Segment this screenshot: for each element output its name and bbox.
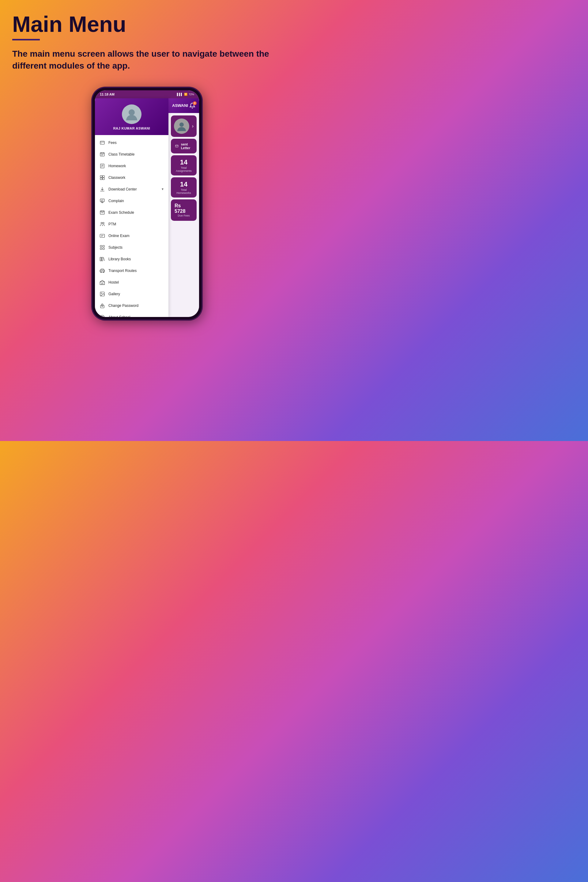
gallery-icon [99, 291, 105, 297]
svg-rect-16 [100, 178, 102, 180]
profile-card[interactable]: › [171, 116, 196, 137]
library-label: Library Books [108, 257, 164, 261]
profile-avatar [174, 118, 189, 134]
page-wrapper: Main Menu The main menu screen allows th… [0, 0, 294, 441]
avatar [122, 104, 141, 124]
exam-schedule-label: Exam Schedule [108, 210, 164, 214]
sidebar-user-name: RAJ KUMAR ASWANI [113, 126, 150, 130]
homeworks-card[interactable]: 14 Total Homeworks [171, 177, 196, 198]
wifi-icon: 🛜 [184, 93, 188, 96]
status-bar: 11:18 AM ▌▌▌ 🛜 72% [95, 90, 199, 98]
transport-label: Transport Routes [108, 268, 164, 273]
library-icon [99, 256, 105, 262]
svg-rect-23 [100, 211, 104, 214]
sidebar-drawer: RAJ KUMAR ASWANI Fees [95, 98, 168, 317]
notification-button[interactable]: 0 [188, 101, 196, 110]
svg-rect-38 [102, 257, 103, 261]
assignments-card[interactable]: 14 Total Assignments [171, 155, 196, 176]
online-exam-label: Online Exam [108, 234, 164, 238]
phone-container: 11:18 AM ▌▌▌ 🛜 72% [12, 87, 282, 320]
svg-marker-20 [101, 202, 104, 203]
menu-item-about[interactable]: About School [95, 312, 168, 317]
sidebar-menu[interactable]: Fees Class Timetable [95, 135, 168, 317]
profile-chevron-icon: › [192, 123, 194, 129]
fees-label: Fees [108, 141, 164, 145]
about-label: About School [108, 315, 164, 317]
svg-rect-17 [103, 178, 104, 180]
stats-row: 14 Total Assignments [171, 155, 196, 176]
app-screen: RAJ KUMAR ASWANI Fees [95, 98, 199, 317]
menu-item-homework[interactable]: Homework [95, 160, 168, 172]
menu-item-change-password[interactable]: Change Password [95, 300, 168, 312]
hostel-label: Hostel [108, 280, 164, 285]
svg-rect-36 [103, 248, 104, 249]
subjects-icon [99, 244, 105, 250]
password-icon [99, 303, 105, 309]
download-label: Download Center [108, 187, 158, 191]
svg-rect-15 [103, 176, 104, 177]
svg-rect-1 [100, 141, 104, 144]
absent-letter-card[interactable]: sent Letter [171, 139, 196, 153]
svg-point-48 [102, 305, 103, 306]
menu-item-subjects[interactable]: Subjects [95, 242, 168, 253]
fees-card[interactable]: Rs 5728 Due Fees [171, 200, 196, 221]
main-header: ASWANI 0 [168, 98, 199, 113]
menu-item-ptm[interactable]: PTM [95, 218, 168, 230]
battery-icon: 72% [189, 93, 194, 96]
fees-amount: Rs 5728 [175, 203, 193, 214]
menu-item-classwork[interactable]: Classwork [95, 172, 168, 183]
menu-item-complain[interactable]: Complain [95, 195, 168, 207]
status-icons: ▌▌▌ 🛜 72% [177, 93, 194, 96]
exam-schedule-icon [99, 210, 105, 216]
absent-letter-label: sent Letter [181, 142, 192, 150]
svg-point-52 [102, 316, 103, 316]
menu-item-library[interactable]: Library Books [95, 253, 168, 265]
homeworks-count: 14 [180, 180, 188, 188]
phone-device: 11:18 AM ▌▌▌ 🛜 72% [92, 87, 202, 320]
timetable-icon [99, 151, 105, 158]
sidebar-header: RAJ KUMAR ASWANI [95, 98, 168, 135]
timetable-label: Class Timetable [108, 152, 164, 156]
menu-item-exam-schedule[interactable]: Exam Schedule [95, 207, 168, 218]
header-icons: 0 [188, 101, 199, 110]
complain-icon [99, 198, 105, 204]
ptm-icon [99, 221, 105, 227]
svg-rect-14 [100, 176, 102, 177]
menu-item-timetable[interactable]: Class Timetable [95, 148, 168, 160]
main-header-title: ASWANI [172, 103, 188, 108]
title-underline [12, 39, 40, 40]
main-content: ASWANI 0 [168, 98, 199, 317]
fees-icon [99, 140, 105, 146]
menu-item-fees[interactable]: Fees [95, 137, 168, 148]
svg-rect-37 [100, 257, 101, 261]
menu-item-download[interactable]: Download Center ▼ [95, 183, 168, 195]
svg-point-58 [180, 123, 184, 127]
transport-icon [99, 268, 105, 274]
classwork-icon [99, 175, 105, 181]
hostel-icon [99, 279, 105, 285]
page-title: Main Menu [12, 12, 282, 36]
menu-item-online-exam[interactable]: Online Exam [95, 230, 168, 242]
homeworks-row: 14 Total Homeworks [171, 177, 196, 198]
complain-label: Complain [108, 199, 164, 203]
classwork-label: Classwork [108, 176, 164, 180]
svg-rect-34 [103, 245, 104, 247]
homeworks-label: Total Homeworks [173, 188, 194, 195]
letter-icon [175, 144, 178, 148]
main-body: › sent Letter [168, 113, 199, 223]
svg-rect-19 [100, 199, 104, 202]
svg-rect-30 [100, 234, 105, 237]
download-icon [99, 186, 105, 192]
status-time: 11:18 AM [100, 93, 114, 96]
about-icon [99, 314, 105, 317]
menu-item-gallery[interactable]: Gallery [95, 288, 168, 300]
signal-icon: ▌▌▌ [177, 93, 183, 96]
menu-item-transport[interactable]: Transport Routes [95, 265, 168, 276]
svg-point-29 [103, 222, 104, 224]
notification-badge: 0 [193, 101, 196, 105]
svg-point-47 [101, 293, 102, 293]
ptm-label: PTM [108, 222, 164, 226]
change-password-label: Change Password [108, 303, 164, 308]
menu-item-hostel[interactable]: Hostel [95, 276, 168, 288]
homework-label: Homework [108, 164, 164, 168]
